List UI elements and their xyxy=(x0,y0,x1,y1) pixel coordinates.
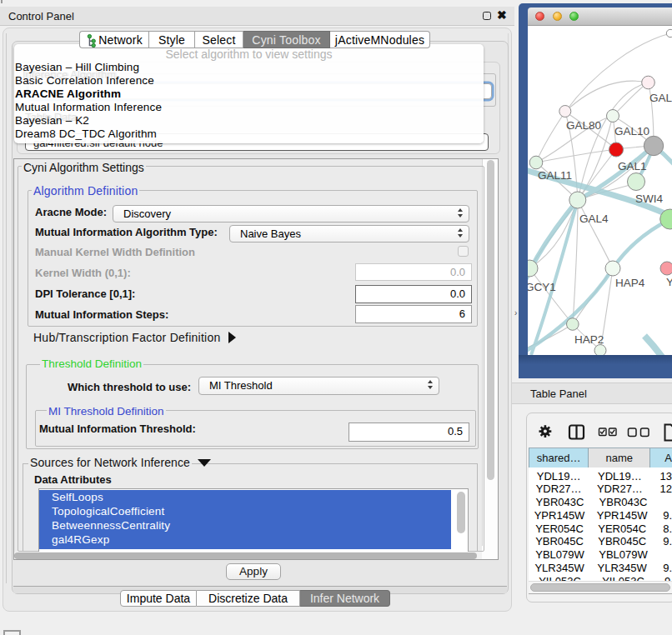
svg-text:GAL11: GAL11 xyxy=(538,169,572,182)
svg-text:GAL1: GAL1 xyxy=(618,160,647,172)
svg-text:GAL10: GAL10 xyxy=(614,125,649,138)
svg-text:HAP4: HAP4 xyxy=(615,277,645,289)
svg-text:GCY1: GCY1 xyxy=(528,281,556,293)
svg-text:SWI4: SWI4 xyxy=(635,192,663,205)
svg-text:GAL4: GAL4 xyxy=(579,212,609,225)
svg-text:Y: Y xyxy=(666,276,672,288)
svg-text:GAL80: GAL80 xyxy=(566,119,601,132)
svg-text:HAP2: HAP2 xyxy=(574,333,604,346)
svg-text:GAL7: GAL7 xyxy=(649,92,672,104)
